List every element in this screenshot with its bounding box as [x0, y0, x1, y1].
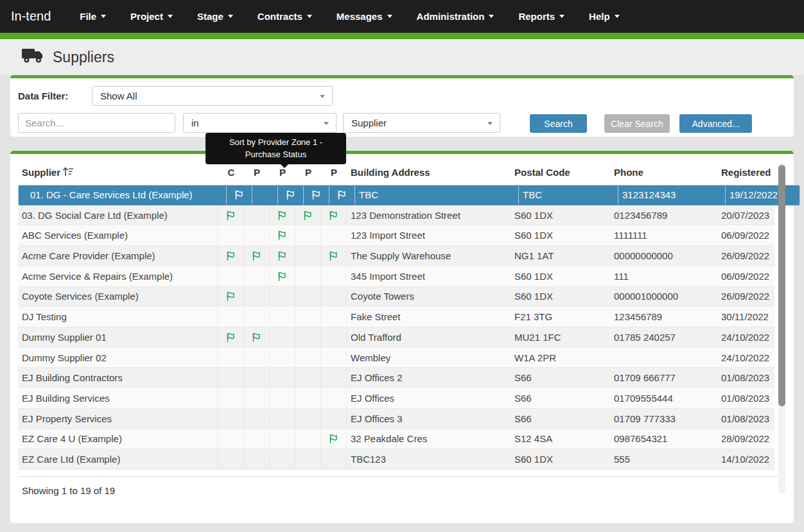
search-operator-select[interactable]: in [183, 113, 336, 133]
flag-icon [277, 210, 288, 221]
col-header-label: Phone [614, 167, 643, 178]
phone-cell: 123456789 [610, 307, 717, 327]
flag-cell [252, 185, 278, 205]
col-header-p-status-4[interactable]: P [321, 167, 347, 178]
phone-cell [610, 348, 717, 368]
registered-cell: 06/09/2022 [717, 266, 774, 286]
flag-cell [244, 287, 270, 307]
building-address-cell: The Supply Warehouse [347, 246, 511, 266]
col-header-supplier[interactable]: Supplier [18, 166, 218, 178]
col-header-p-status-3[interactable]: P [295, 167, 321, 178]
col-header-c-status[interactable]: C [218, 167, 244, 178]
phone-cell: 0123456789 [610, 205, 717, 225]
col-header-p-status-2[interactable]: P [270, 167, 295, 178]
table-row[interactable]: Coyote Services (Example)Coyote TowersS6… [18, 287, 774, 307]
menu-project[interactable]: Project [118, 0, 185, 33]
col-header-phone[interactable]: Phone [610, 167, 717, 178]
flag-cell [218, 429, 244, 449]
flag-cell [295, 388, 321, 408]
flag-icon [225, 291, 236, 302]
table-row[interactable]: Acme Service & Repairs (Example)345 Impo… [18, 266, 774, 287]
menu-stage[interactable]: Stage [185, 0, 245, 33]
advanced-button[interactable]: Advanced... [679, 114, 752, 133]
flag-icon [277, 250, 288, 261]
menu-contracts[interactable]: Contracts [245, 0, 324, 33]
flag-cell [244, 327, 270, 347]
postal-code-cell: MU21 1FC [511, 327, 610, 347]
flag-cell [321, 266, 347, 286]
supplier-cell: 01. DG - Care Services Ltd (Example) [26, 185, 227, 205]
flag-cell [270, 307, 295, 327]
menu-reports[interactable]: Reports [506, 0, 577, 33]
col-header-label: Registered [721, 167, 771, 178]
flag-cell [321, 429, 347, 449]
menu-administration[interactable]: Administration [405, 0, 507, 33]
flag-cell [244, 348, 270, 368]
table-row[interactable]: Acme Care Provider (Example)The Supply W… [18, 246, 774, 266]
building-address-cell: 32 Peakdale Cres [347, 429, 511, 449]
postal-code-cell: NG1 1AT [511, 246, 610, 266]
table-body: 01. DG - Care Services Ltd (Example)TBCT… [18, 185, 774, 470]
flag-cell [218, 348, 244, 368]
table-row[interactable]: DJ TestingFake StreetF21 3TG12345678930/… [18, 307, 774, 327]
flag-cell [321, 449, 347, 469]
col-header-building-address[interactable]: Building Address [347, 167, 511, 178]
caret-down-icon [559, 15, 564, 18]
table-row[interactable]: EJ Property ServicesEJ Offices 3S6601709… [18, 409, 774, 429]
flag-icon [328, 433, 339, 444]
table-row[interactable]: 03. DG Social Care Ltd (Example)123 Demo… [18, 205, 774, 226]
col-header-registered[interactable]: Registered [717, 167, 774, 178]
table-row[interactable]: 01. DG - Care Services Ltd (Example)TBCT… [18, 185, 800, 205]
building-address-cell: EJ Offices [347, 388, 511, 408]
flag-cell [244, 205, 270, 225]
data-filter-label: Data Filter: [18, 90, 68, 101]
flag-cell [270, 368, 295, 388]
postal-code-cell: W1A 2PR [511, 348, 610, 368]
flag-cell [270, 409, 295, 429]
caret-down-icon [168, 15, 173, 18]
table-row[interactable]: Dummy Supplier 02WembleyW1A 2PR24/10/202… [18, 348, 774, 368]
menu-label: Administration [417, 11, 485, 22]
table-row[interactable]: EZ Care 4 U (Example)32 Peakdale CresS12… [18, 429, 774, 450]
search-button[interactable]: Search [530, 114, 587, 133]
table-row[interactable]: EJ Building ContractorsEJ Offices 2S6601… [18, 368, 774, 388]
col-header-p-status-1[interactable]: P [244, 167, 270, 178]
menu-label: Messages [336, 11, 383, 22]
menu-help[interactable]: Help [577, 0, 632, 33]
registered-cell: 24/10/2022 [717, 327, 774, 347]
filter-panel: Data Filter: Show All in Supplier Search… [10, 75, 794, 137]
table-row[interactable]: ABC Services (Example)123 Import StreetS… [18, 225, 774, 246]
data-filter-value: Show All [100, 90, 137, 101]
sort-amount-icon [62, 166, 74, 178]
search-input[interactable] [18, 113, 175, 133]
menu-messages[interactable]: Messages [324, 0, 405, 33]
flag-cell [270, 205, 295, 225]
col-header-postal-code[interactable]: Postal Code [511, 167, 610, 178]
search-field-select[interactable]: Supplier [343, 113, 500, 133]
menu-file[interactable]: File [67, 0, 118, 33]
registered-cell: 26/09/2022 [717, 246, 774, 266]
building-address-cell: Old Trafford [347, 327, 511, 347]
flag-icon [285, 189, 296, 200]
flag-cell [270, 225, 295, 245]
scrollbar-thumb[interactable] [778, 165, 785, 406]
flag-cell [270, 348, 295, 368]
page-header: Suppliers [0, 39, 804, 75]
table-row[interactable]: EJ Building ServicesEJ OfficesS660170955… [18, 388, 774, 409]
registered-cell: 30/11/2022 [717, 307, 774, 327]
phone-cell: 01709555444 [610, 388, 717, 408]
table-row[interactable]: EZ Care Ltd (Example)TBC123S60 1DX55514/… [18, 449, 774, 470]
caret-down-icon [307, 15, 312, 18]
flag-cell [321, 246, 347, 266]
clear-search-button[interactable]: Clear Search [604, 114, 670, 133]
building-address-cell: Wembley [347, 348, 511, 368]
supplier-cell: Dummy Supplier 02 [18, 348, 218, 368]
flag-cell [278, 185, 304, 205]
flag-cell [218, 287, 244, 307]
registered-cell: 24/10/2022 [717, 348, 774, 368]
building-address-cell: TBC123 [347, 449, 511, 469]
flag-cell [244, 449, 270, 469]
data-filter-select[interactable]: Show All [92, 86, 333, 106]
flag-cell [244, 246, 270, 266]
table-row[interactable]: Dummy Supplier 01Old TraffordMU21 1FC017… [18, 327, 774, 348]
